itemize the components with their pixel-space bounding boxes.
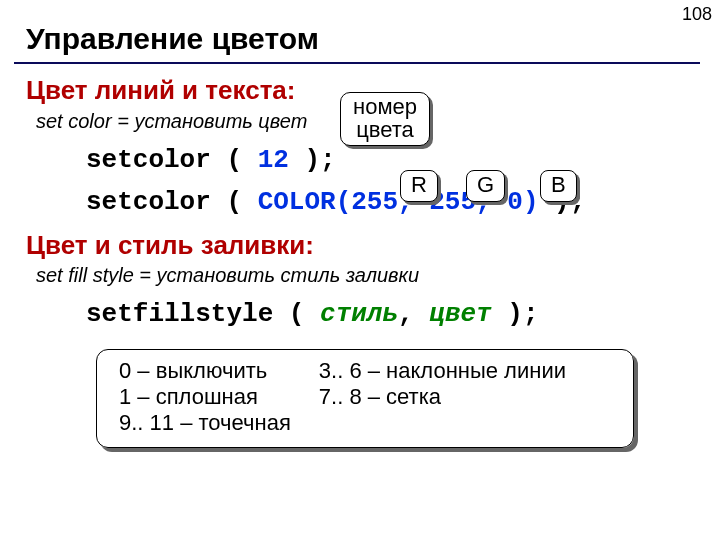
legend-col1: 0 – выключить 1 – сплошная 9.. 11 – точе… — [119, 358, 291, 437]
kw-setcolor: setcolor — [86, 187, 211, 217]
callout-color-number: номер цвета — [340, 92, 430, 146]
kw-setfillstyle: setfillstyle — [86, 299, 273, 329]
legend-1: 1 – сплошная — [119, 384, 291, 410]
paren-open: ( — [211, 187, 258, 217]
def-set-fill-style: set fill style = установить стиль заливк… — [36, 263, 694, 288]
legend-9-11: 9.. 11 – точечная — [119, 410, 291, 436]
fill-style-legend: 0 – выключить 1 – сплошная 9.. 11 – точе… — [96, 349, 634, 448]
callout-g: G — [466, 170, 505, 202]
paren-close: ); — [289, 145, 336, 175]
paren-open: ( — [273, 299, 320, 329]
arg-style: стиль — [320, 299, 398, 329]
page-number: 108 — [682, 4, 712, 25]
code-setfillstyle: setfillstyle ( стиль, цвет ); — [86, 298, 694, 331]
paren-open: ( — [211, 145, 258, 175]
legend-col2: 3.. 6 – наклонные линии 7.. 8 – сетка — [319, 358, 566, 437]
legend-3-6: 3.. 6 – наклонные линии — [319, 358, 566, 384]
number-12: 12 — [258, 145, 289, 175]
kw-setcolor: setcolor — [86, 145, 211, 175]
callout-line2: цвета — [356, 117, 414, 142]
slide-title: Управление цветом — [0, 0, 720, 62]
comma: , — [398, 299, 429, 329]
paren-close: ); — [492, 299, 539, 329]
slide-content: номер цвета Цвет линий и текста: set col… — [0, 74, 720, 448]
section-fill-style: Цвет и стиль заливки: — [26, 229, 694, 262]
callout-line1: номер — [353, 94, 417, 119]
arg-color: цвет — [429, 299, 491, 329]
code-setcolor-12: setcolor ( 12 ); — [86, 144, 694, 177]
legend-7-8: 7.. 8 – сетка — [319, 384, 566, 410]
callout-b: B — [540, 170, 577, 202]
callout-r: R — [400, 170, 438, 202]
title-underline — [14, 62, 700, 64]
code-setcolor-rgb: setcolor ( COLOR(255, 255, 0) ); — [86, 186, 694, 219]
legend-0: 0 – выключить — [119, 358, 291, 384]
